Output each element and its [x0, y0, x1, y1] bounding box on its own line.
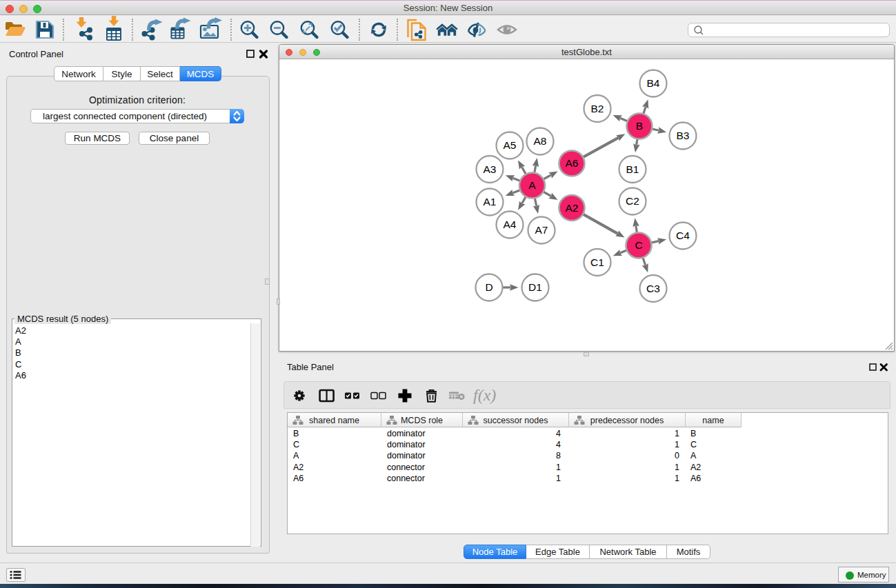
svg-text:D: D [485, 281, 492, 293]
svg-text:C1: C1 [590, 256, 604, 268]
svg-text:B2: B2 [591, 103, 604, 114]
svg-text:A5: A5 [504, 139, 517, 151]
svg-text:B: B [636, 120, 643, 132]
svg-text:A1: A1 [484, 196, 497, 207]
svg-text:A6: A6 [566, 157, 579, 169]
svg-text:B4: B4 [647, 77, 660, 89]
svg-text:A3: A3 [484, 163, 497, 175]
svg-text:C4: C4 [676, 230, 690, 241]
svg-text:A8: A8 [534, 135, 547, 147]
svg-text:C2: C2 [626, 195, 639, 207]
svg-text:A4: A4 [504, 219, 517, 230]
svg-text:A: A [528, 179, 536, 191]
svg-text:B1: B1 [626, 163, 639, 175]
svg-text:C: C [635, 239, 642, 251]
svg-text:A7: A7 [535, 224, 548, 236]
svg-text:B3: B3 [677, 130, 690, 141]
svg-text:A2: A2 [566, 202, 579, 214]
svg-text:D1: D1 [528, 281, 542, 293]
svg-text:C3: C3 [646, 283, 660, 294]
